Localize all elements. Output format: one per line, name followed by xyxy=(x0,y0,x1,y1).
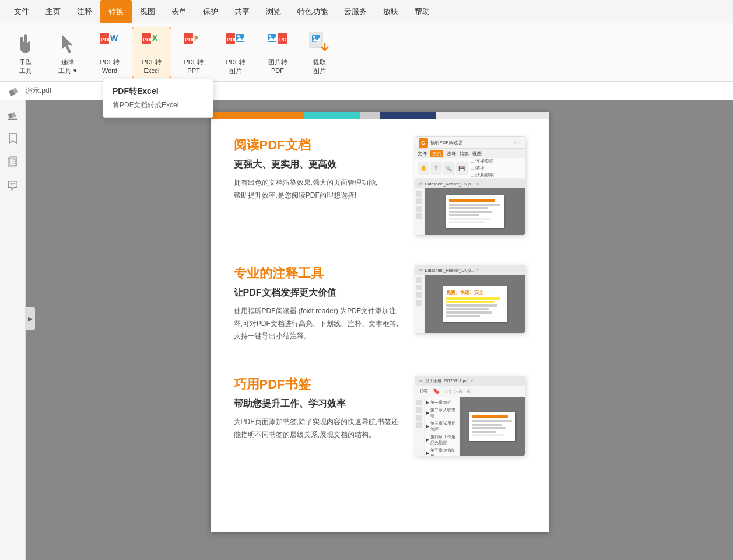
select-tool-label: 选择工具 ▾ xyxy=(58,58,76,75)
mini-main-area-2: 免费、快速、安全 xyxy=(415,275,525,333)
mini-sb-icon-3 xyxy=(416,206,422,212)
sidebar-bookmark-icon[interactable] xyxy=(3,130,22,148)
cursor-icon xyxy=(56,31,79,57)
mini-app-annotate: ✏ Datasheet_Reader_CN.p... × xyxy=(415,265,525,334)
mini-filetab-close-3: × xyxy=(471,379,473,383)
select-tool-button[interactable]: 选择工具 ▾ xyxy=(48,27,87,78)
top-bar-navy xyxy=(380,112,436,119)
menu-features[interactable]: 特色功能 xyxy=(289,0,336,23)
menu-cloud[interactable]: 云服务 xyxy=(336,0,375,23)
mini-tool-save: 💾 xyxy=(456,162,468,175)
menu-help[interactable]: 帮助 xyxy=(406,0,438,23)
eraser-icon[interactable] xyxy=(6,83,22,99)
top-bar-gray xyxy=(360,112,379,119)
menu-file[interactable]: 文件 xyxy=(6,0,37,23)
annotate-subtitle: 让PDF文档发挥更大价值 xyxy=(234,287,403,299)
menu-browse[interactable]: 浏览 xyxy=(258,0,289,23)
sidebar-comment-icon[interactable] xyxy=(3,176,22,195)
mini-tool-connect: □ 连接页面 xyxy=(471,158,494,164)
mini-close-icon: — □ × xyxy=(508,140,521,145)
pdf-content: 阅读PDF文档 更强大、更实用、更高效 拥有出色的文档渲染效果,强大的页面管理功… xyxy=(211,119,549,504)
mini-app-bookmark: ✏ 员工手册_20120917.pdf × 书签 🔖 □ ◁ ▷ A⁺ A⁻ xyxy=(415,376,525,456)
annotate-text-area: 专业的注释工具 让PDF文档发挥更大价值 使用福昕PDF阅读器 (foxit r… xyxy=(234,265,403,343)
menu-comment[interactable]: 注释 xyxy=(69,0,100,23)
tooltip-description: 将PDF文档转成Excel xyxy=(113,100,204,110)
svg-text:→: → xyxy=(108,34,114,40)
pdf-to-ppt-button[interactable]: PDF P → PDF转PPT xyxy=(174,27,213,78)
mini-bk-line-3 xyxy=(472,424,502,426)
menu-convert[interactable]: 转换 xyxy=(100,0,132,23)
svg-marker-1 xyxy=(71,45,72,46)
top-bar-light xyxy=(436,112,548,119)
menu-form[interactable]: 表单 xyxy=(163,0,195,23)
mini-filetab-close-2: × xyxy=(476,268,479,272)
mini-titlebar-1: G 福昕PDF阅读器 — □ × xyxy=(415,137,525,149)
menu-share[interactable]: 共享 xyxy=(226,0,258,23)
mini-bk-item-1: ▶ 第一章 简介 xyxy=(426,400,457,405)
mini-filename-3: 员工手册_20120917.pdf xyxy=(425,378,469,384)
mini-pencil-icon-3: ✏ xyxy=(419,379,423,384)
mini-sb-icon-12 xyxy=(416,422,422,428)
menu-present[interactable]: 放映 xyxy=(375,0,406,23)
mini-menu-file: 文件 xyxy=(418,150,427,157)
annotate-title: 专业的注释工具 xyxy=(234,265,403,282)
mini-sb-icon-8 xyxy=(416,300,422,306)
read-text: 拥有出色的文档渲染效果,强大的页面管理功能,帮助提升效率,是您阅读PDF的理想选… xyxy=(234,177,403,202)
mini-filename-2: Datasheet_Reader_CN.p... xyxy=(425,268,474,272)
read-text-area: 阅读PDF文档 更强大、更实用、更高效 拥有出色的文档渲染效果,强大的页面管理功… xyxy=(234,136,403,202)
mini-tool-group: □ 连接页面 □ 缩排 □ 结构视图 xyxy=(471,158,494,178)
svg-point-21 xyxy=(269,35,271,37)
hand-tool-button[interactable]: 手型工具 xyxy=(6,27,45,78)
mini-sb-icon-11 xyxy=(416,415,422,421)
mini-bk-line-6 xyxy=(472,434,504,436)
mini-line-7 xyxy=(449,221,485,223)
pdf-to-image-button[interactable]: PDF → PDF转图片 xyxy=(216,27,255,78)
pdf-excel-icon: PDF X → xyxy=(140,31,163,57)
bookmark-text: 为PDF页面添加书签,除了实现内容的快速导航,书签还能指明不同书签的层级关系,展… xyxy=(234,416,403,441)
mini-line-1 xyxy=(449,199,495,202)
mini-bk-label: 书签 xyxy=(419,388,428,394)
hand-tool-label: 手型工具 xyxy=(19,58,32,75)
mini-tool-hand: ✋ xyxy=(418,162,429,175)
sidebar-eraser-icon[interactable] xyxy=(3,106,22,125)
top-bar-orange xyxy=(211,112,304,119)
mini-pdf-content-1 xyxy=(446,195,504,228)
mini-menu-comment: 注释 xyxy=(447,150,456,157)
top-bar-teal xyxy=(304,112,361,119)
pdf-page: 阅读PDF文档 更强大、更实用、更高效 拥有出色的文档渲染效果,强大的页面管理功… xyxy=(211,112,549,532)
mini-line-9 xyxy=(446,308,489,310)
mini-bk-ch2: 第二章 入职管理 xyxy=(430,407,457,419)
toolbar: 手型工具 选择工具 ▾ PDF W → PDF转Word PDF xyxy=(0,23,733,82)
mini-bk-arrow-2: ▶ xyxy=(426,411,429,415)
pdf-image-icon: PDF → xyxy=(224,31,247,57)
mini-bk-arrow-4: ▶ xyxy=(426,438,429,442)
mini-line-2 xyxy=(449,204,500,206)
menu-protect[interactable]: 保护 xyxy=(195,0,226,23)
sidebar-pages-icon[interactable] xyxy=(3,153,22,172)
mini-bookmark-topbar: 书签 🔖 □ ◁ ▷ A⁺ A⁻ xyxy=(415,386,525,397)
mini-sb-icon-1 xyxy=(416,191,422,197)
mini-bk-item-4: ▶ 第四章 工作用品免勤假 xyxy=(426,434,457,446)
mini-bk-line-5 xyxy=(472,430,496,433)
mini-pdf-content-2: 免费、快速、安全 xyxy=(443,286,507,322)
menu-view[interactable]: 视图 xyxy=(132,0,163,23)
mini-bk-line-1 xyxy=(472,415,508,418)
mini-filetab-2: ✏ Datasheet_Reader_CN.p... × xyxy=(415,265,525,275)
svg-point-28 xyxy=(313,36,315,38)
pdf-to-ppt-label: PDF转PPT xyxy=(184,58,204,75)
extract-image-button[interactable]: 提取图片 xyxy=(300,27,339,78)
mini-filetab-3: ✏ 员工手册_20120917.pdf × xyxy=(415,376,525,386)
collapse-sidebar-button[interactable]: ▶ xyxy=(26,307,35,330)
extract-icon xyxy=(308,31,331,57)
image-to-pdf-button[interactable]: → PDF 图片转PDF xyxy=(258,27,297,78)
pdf-to-excel-button[interactable]: PDF X → PDF转Excel xyxy=(132,27,171,78)
svg-text:PDF: PDF xyxy=(279,37,289,43)
mini-pencil-icon: ✏ xyxy=(419,181,423,187)
pdf-section-annotate: 专业的注释工具 让PDF文档发挥更大价值 使用福昕PDF阅读器 (foxit r… xyxy=(234,265,525,346)
mini-bookmark-panel: ▶ 第一章 简介 ▶ 第二章 入职管理 ▶ 第三 xyxy=(425,397,460,456)
menu-home[interactable]: 主页 xyxy=(37,0,69,23)
mini-bk-ch5: 第五章 休假制度 xyxy=(430,447,457,456)
pdf-to-word-button[interactable]: PDF W → PDF转Word xyxy=(90,27,129,78)
pdf-to-excel-tooltip: PDF转Excel 将PDF文档转成Excel xyxy=(103,79,213,118)
mini-bk-arrow-5: ▶ xyxy=(426,451,429,456)
